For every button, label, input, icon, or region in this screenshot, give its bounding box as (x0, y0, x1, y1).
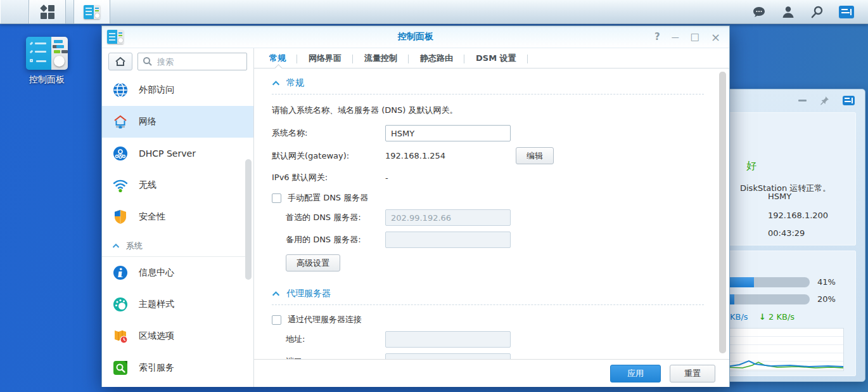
search-icon[interactable] (810, 4, 825, 20)
sidebar-scrollbar-thumb[interactable] (245, 159, 252, 280)
action-bar: 应用 重置 (254, 359, 729, 387)
sidebar-item-external-access[interactable]: 外部访问 (102, 74, 253, 106)
notifications-icon[interactable] (751, 4, 767, 20)
reset-button[interactable]: 重置 (670, 365, 715, 382)
shield-icon (112, 209, 129, 225)
sidebar-section-system[interactable]: 系统 (102, 235, 247, 257)
settings-scroll-area: 常规 请输入系统名称、域名服务器 (DNS) 及默认网关。 系统名称: 默认网关… (254, 69, 729, 359)
collapse-chevron-icon (272, 291, 280, 297)
window-icon (107, 30, 124, 44)
manual-dns-checkbox[interactable] (272, 193, 281, 203)
tab-traffic-control[interactable]: 流量控制 (353, 49, 409, 68)
secondary-dns-label: 备用的 DNS 服务器: (286, 234, 385, 245)
system-name-label: 系统名称: (272, 127, 385, 139)
health-status: 好 (746, 160, 756, 173)
search-input[interactable] (137, 53, 247, 70)
tab-network-interface[interactable]: 网络界面 (297, 49, 353, 68)
content-scrollbar-thumb[interactable] (719, 72, 726, 353)
sidebar-item-indexing-service[interactable]: 索引服务 (102, 352, 253, 384)
collapse-chevron-icon (272, 80, 280, 86)
sidebar-item-network[interactable]: 网络 (102, 106, 253, 138)
window-title: 控制面板 (398, 31, 433, 42)
tabs-bar: 常规 网络界面 流量控制 静态路由 DSM 设置 (254, 48, 729, 69)
widgets-toggle-icon[interactable] (839, 4, 854, 20)
manual-dns-label: 手动配置 DNS 服务器 (288, 192, 368, 204)
sidebar-item-theme[interactable]: 主题样式 (102, 289, 253, 320)
proxy-checkbox-label: 通过代理服务器连接 (288, 314, 362, 325)
sidebar-item-regional-options[interactable]: 区域选项 (102, 320, 253, 352)
server-name-value: HSMY (768, 192, 791, 201)
map-clock-icon (112, 328, 129, 344)
system-name-input[interactable] (385, 125, 511, 141)
show-desktop-button[interactable] (0, 0, 29, 23)
primary-dns-input[interactable] (385, 209, 511, 226)
taskbar-control-panel-button[interactable] (73, 0, 110, 23)
section-general-header[interactable]: 常规 (272, 77, 704, 89)
index-search-icon (112, 360, 129, 376)
control-panel-icon (84, 5, 100, 19)
sidebar-item-info-center[interactable]: 信息中心 (102, 257, 253, 289)
home-button[interactable] (108, 53, 132, 70)
sidebar: 外部访问 网络 (102, 48, 254, 387)
main-menu-button[interactable] (29, 0, 66, 23)
sidebar-item-wireless[interactable]: 无线 (102, 169, 253, 201)
edit-gateway-button[interactable]: 编辑 (516, 147, 554, 164)
section-proxy-header[interactable]: 代理服务器 (272, 288, 704, 299)
control-panel-window: 控制面板 ? — □ × (101, 25, 730, 387)
download-speed: ↓ 2 KB/s (759, 312, 795, 322)
close-button[interactable]: × (711, 32, 720, 43)
desktop-icon-label: 控制面板 (22, 74, 72, 86)
dns-advanced-button[interactable]: 高级设置 (286, 254, 340, 271)
section-divider (272, 94, 704, 95)
home-icon (115, 56, 126, 67)
help-button[interactable]: ? (654, 32, 660, 42)
user-icon[interactable] (781, 4, 796, 20)
manual-dns-checkbox-row: 手动配置 DNS 服务器 (272, 192, 704, 204)
minimize-button[interactable]: — (672, 34, 679, 41)
sidebar-item-security[interactable]: 安全性 (102, 201, 253, 233)
network-home-icon (112, 114, 129, 130)
proxy-address-label: 地址: (286, 334, 385, 345)
panel-minimize-icon[interactable] (798, 100, 807, 101)
proxy-port-label: 端口: (286, 356, 385, 359)
search-icon (143, 56, 152, 66)
secondary-dns-input[interactable] (385, 232, 511, 248)
window-titlebar[interactable]: 控制面板 ? — □ × (102, 26, 729, 48)
wifi-icon (112, 177, 129, 193)
proxy-checkbox[interactable] (272, 315, 281, 325)
dhcp-icon (112, 145, 129, 162)
desktop-control-panel-shortcut[interactable]: 控制面板 (22, 37, 72, 86)
down-arrow-icon: ↓ (759, 312, 766, 322)
ipv6-gateway-label: IPv6 默认网关: (272, 172, 385, 183)
palette-icon (112, 296, 129, 313)
section-divider (272, 304, 704, 305)
gateway-label: 默认网关(gateway): (272, 150, 385, 162)
pin-icon[interactable] (819, 95, 830, 106)
content-pane: 常规 网络界面 流量控制 静态路由 DSM 设置 常规 请输入系统名称、域名服务… (254, 48, 729, 387)
proxy-address-input[interactable] (385, 331, 511, 348)
proxy-port-input[interactable] (385, 353, 511, 359)
sidebar-item-partial[interactable] (102, 384, 253, 387)
gateway-value: 192.168.1.254 (385, 151, 511, 160)
taskbar (0, 0, 868, 24)
uptime-value: 00:43:29 (768, 228, 805, 238)
ram-percent-label: 20% (817, 294, 836, 304)
panel-layout-icon[interactable] (843, 96, 855, 105)
sidebar-item-dhcp-server[interactable]: DHCP Server (102, 138, 253, 169)
proxy-checkbox-row: 通过代理服务器连接 (272, 314, 704, 325)
maximize-button[interactable]: □ (691, 32, 699, 42)
ipv6-gateway-value: - (385, 173, 511, 183)
apply-button[interactable]: 应用 (610, 365, 661, 382)
tab-static-route[interactable]: 静态路由 (409, 49, 464, 68)
primary-dns-label: 首选的 DNS 服务器: (286, 212, 385, 223)
main-menu-icon (41, 5, 54, 19)
cpu-percent-label: 41% (817, 277, 836, 287)
ip-address-value: 192.168.1.200 (768, 211, 828, 220)
tab-dsm-settings[interactable]: DSM 设置 (464, 49, 528, 68)
upload-speed: KB/s (730, 312, 748, 322)
globe-icon (112, 82, 129, 98)
general-description: 请输入系统名称、域名服务器 (DNS) 及默认网关。 (272, 105, 704, 116)
chevron-up-icon (112, 243, 120, 249)
control-panel-icon (26, 37, 68, 70)
info-icon (112, 265, 129, 281)
